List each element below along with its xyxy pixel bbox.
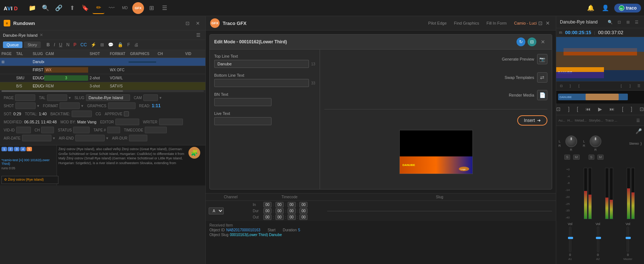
- tab-danube[interactable]: Danube-Rye Island: [3, 33, 37, 37]
- top-line-input[interactable]: [214, 60, 309, 68]
- dur-h[interactable]: [263, 208, 271, 214]
- camera-icon[interactable]: 📷: [537, 54, 547, 64]
- nav-camio-luci[interactable]: Camio - Luci: [514, 20, 537, 26]
- vol-a2-slider[interactable]: [597, 227, 599, 252]
- folder-icon[interactable]: 📁: [26, 2, 38, 14]
- close-panel-icon[interactable]: ✕: [194, 19, 202, 27]
- slug-field-area[interactable]: [327, 211, 552, 211]
- slug-input[interactable]: [86, 94, 130, 101]
- timeline-out-icon[interactable]: [: [575, 82, 583, 90]
- expand-icon[interactable]: ⊡: [183, 19, 191, 27]
- dialog-close-button[interactable]: ✕: [539, 37, 547, 46]
- in-m[interactable]: [276, 202, 284, 207]
- live-text-input[interactable]: [214, 117, 271, 125]
- right-menu-icon[interactable]: ☰: [633, 18, 640, 26]
- dur-f[interactable]: [299, 208, 307, 214]
- timeline-mark-out-icon[interactable]: ]: [626, 82, 634, 90]
- bubble-btn[interactable]: 💬: [107, 41, 115, 48]
- transport-expand-icon[interactable]: ⊡: [637, 105, 644, 113]
- gfx-icon[interactable]: GFX: [132, 2, 144, 14]
- transport-loop-out-icon[interactable]: ]: [629, 105, 634, 113]
- m-button-1[interactable]: M: [573, 155, 580, 160]
- tab-h[interactable]: H...: [568, 119, 573, 122]
- refresh-icon[interactable]: ↻: [517, 37, 525, 46]
- in-s[interactable]: [288, 202, 296, 207]
- timeline-in-icon[interactable]: ]: [566, 82, 574, 90]
- bookmark-icon[interactable]: 🔖: [79, 2, 91, 14]
- upload-icon[interactable]: ⬆: [66, 2, 78, 14]
- render-icon[interactable]: 📄: [537, 90, 547, 100]
- edit-icon[interactable]: ✏: [93, 2, 104, 14]
- timeline-overlay-clip[interactable]: [586, 94, 619, 100]
- cc-btn[interactable]: CC: [79, 41, 88, 48]
- badge-5[interactable]: 5: [26, 147, 32, 151]
- channel-select[interactable]: A B: [209, 207, 224, 214]
- lock-btn[interactable]: 🔒: [116, 41, 125, 48]
- badge-2[interactable]: 2: [8, 147, 13, 151]
- story-tab[interactable]: Story: [24, 41, 41, 48]
- insert-button[interactable]: Insert ➜: [517, 115, 547, 126]
- p-btn[interactable]: P: [72, 41, 78, 48]
- out-f[interactable]: [299, 214, 307, 220]
- bars-icon[interactable]: ☰: [159, 2, 170, 14]
- nav-pilot-edge[interactable]: Pilot Edge: [428, 20, 447, 26]
- table-row[interactable]: ⊞ Danube-Rye Island: [0, 58, 205, 66]
- n-btn[interactable]: N: [65, 41, 71, 48]
- out-s[interactable]: [288, 214, 296, 220]
- transport-fit-icon[interactable]: ⊡: [554, 105, 563, 113]
- timeline-mark-in-icon[interactable]: [: [618, 82, 625, 90]
- right-search-icon[interactable]: 🔍: [607, 18, 614, 26]
- puzzle-button[interactable]: 🧩: [188, 147, 200, 159]
- swap-icon[interactable]: ⇄: [537, 72, 547, 83]
- timeline-fit-icon[interactable]: ⊡: [558, 82, 565, 90]
- grid-fmt-btn[interactable]: ⊞: [99, 41, 105, 48]
- right-expand-icon[interactable]: ⊡: [615, 18, 623, 26]
- bottom-line-input[interactable]: [214, 79, 309, 87]
- tab-traco[interactable]: Traco ...: [605, 119, 618, 122]
- s-button-1[interactable]: S: [564, 155, 570, 160]
- grid-icon[interactable]: ⊞: [145, 2, 157, 14]
- transport-prev-icon[interactable]: ⏮: [583, 105, 593, 113]
- tab-au[interactable]: Au...: [558, 119, 565, 122]
- right-grid-icon[interactable]: ⊞: [624, 18, 632, 26]
- gfx-minimize-button[interactable]: ✕: [544, 19, 551, 27]
- transport-mark-in-icon[interactable]: ]: [566, 105, 572, 113]
- tab-storybo[interactable]: Storybo...: [589, 119, 603, 122]
- transport-ff-icon[interactable]: ⏭: [607, 105, 617, 113]
- print-btn[interactable]: 🖨: [133, 41, 140, 48]
- bold-btn[interactable]: B: [45, 41, 51, 48]
- bell-icon[interactable]: 🔔: [585, 2, 597, 14]
- vol-a1-slider[interactable]: [569, 227, 571, 252]
- tab-close-icon[interactable]: ✕: [40, 33, 43, 37]
- tabs-menu-icon[interactable]: ☰: [634, 117, 642, 124]
- out-m[interactable]: [276, 214, 284, 220]
- table-row[interactable]: SMU EDUCATION SUMMIT 3 2-shot VO/W/L: [0, 74, 205, 82]
- search-icon[interactable]: 🔍: [40, 2, 51, 14]
- m-button-2[interactable]: M: [597, 155, 604, 160]
- transport-mark-out-icon[interactable]: [: [575, 105, 580, 113]
- in-f[interactable]: [299, 202, 307, 207]
- table-row[interactable]: FIRST WX WX WX OFC: [0, 66, 205, 74]
- italic-btn[interactable]: I: [52, 41, 56, 48]
- wave-icon[interactable]: 〰: [106, 2, 118, 14]
- knob-a2-control[interactable]: [590, 135, 601, 147]
- transport-loop-in-icon[interactable]: [: [620, 105, 626, 113]
- panel-menu-icon[interactable]: ☰: [194, 31, 202, 39]
- badge-4[interactable]: 4: [20, 147, 26, 151]
- slug-field[interactable]: SLUG: [75, 94, 130, 101]
- dur-m[interactable]: [276, 208, 284, 214]
- nav-find-graphics[interactable]: Find Graphics: [454, 20, 479, 26]
- tab-metad[interactable]: Metad...: [575, 119, 587, 122]
- bn-text-input[interactable]: [214, 98, 271, 106]
- panels-icon[interactable]: ⊟: [528, 37, 536, 46]
- vol-master-slider[interactable]: [627, 227, 629, 252]
- gfx-close-button[interactable]: ⊡: [537, 19, 544, 27]
- table-row[interactable]: B/S EDUCATION LIVE REM 3-shot SATV/S: [0, 82, 205, 90]
- badge-3[interactable]: 3: [14, 147, 19, 151]
- user-icon[interactable]: 👤: [600, 2, 611, 14]
- f-btn[interactable]: F: [126, 41, 131, 48]
- underline-btn[interactable]: U: [58, 41, 64, 48]
- badge-1[interactable]: 1: [1, 147, 7, 151]
- queue-tab[interactable]: Queue: [3, 41, 22, 48]
- out-h[interactable]: [263, 214, 271, 220]
